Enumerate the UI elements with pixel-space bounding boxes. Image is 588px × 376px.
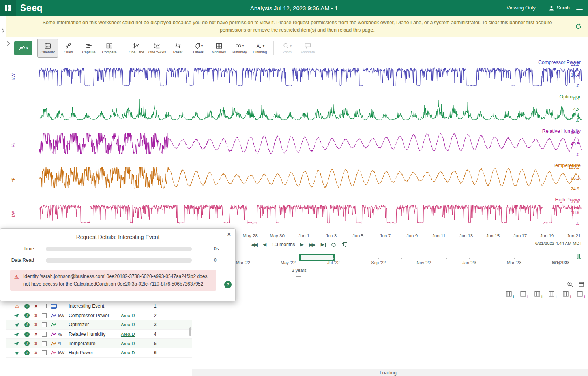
details-scrollbar[interactable] xyxy=(189,327,191,336)
table-tool-icon-5[interactable]: + xyxy=(563,291,571,298)
navigate-to-item-icon[interactable] xyxy=(14,332,20,337)
banner-refresh-icon[interactable] xyxy=(575,23,582,30)
data-panel-controls xyxy=(567,281,584,288)
toolbar-button-one-y-axis[interactable]: One Y-Axis xyxy=(147,39,168,58)
asset-link[interactable]: Area D xyxy=(121,341,154,346)
pane-resize-handle[interactable] xyxy=(295,276,302,279)
one-y-axis-icon xyxy=(154,43,161,49)
collapse-panel-icon[interactable] xyxy=(578,281,584,288)
app-grid-button[interactable] xyxy=(0,0,16,16)
step-forward-icon[interactable]: ▶ xyxy=(300,242,304,247)
x-axis-tick: Jun 9 xyxy=(406,233,418,238)
toolbar-button-label: Dimming xyxy=(253,50,267,54)
toolbar-button-gridlines[interactable]: Gridlines xyxy=(209,39,229,58)
navigate-to-item-icon[interactable] xyxy=(14,322,20,327)
toolbar-button-label: Capsule xyxy=(82,50,95,54)
viewing-only-label[interactable]: Viewing Only xyxy=(507,5,536,11)
toolbar-button-chain[interactable]: Chain xyxy=(58,39,79,58)
table-tool-icon-3[interactable]: + xyxy=(534,291,542,298)
navigate-to-item-icon[interactable] xyxy=(14,341,20,346)
row-checkbox[interactable] xyxy=(42,304,47,308)
expand-left-panel-chevron-icon[interactable] xyxy=(1,28,5,33)
step-back-large-icon[interactable]: ◀◀ xyxy=(251,242,258,247)
display-range-duration[interactable]: 1.3 months xyxy=(272,242,295,247)
metric-row-time: Time 0s xyxy=(0,246,235,252)
lane-unit-label: % xyxy=(11,143,16,147)
timeline-tick xyxy=(288,258,288,259)
unit-label: kW xyxy=(58,350,66,355)
asset-link[interactable]: Area D xyxy=(121,350,154,355)
toolbar-button-one-lane[interactable]: One Lane xyxy=(126,39,147,58)
x-axis-end-datetime: 6/21/2022 4:44 AM MDT xyxy=(535,241,582,246)
lane-plot[interactable]: Relative Humidity xyxy=(39,128,582,162)
lane-plot[interactable]: Optimizer xyxy=(39,94,582,128)
signal-icon xyxy=(51,341,57,346)
toolbar-button-zoom[interactable]: ▾Zoom xyxy=(277,39,298,58)
lane-plot[interactable]: Compressor Power xyxy=(39,59,582,94)
remove-icon[interactable]: × xyxy=(34,322,38,327)
lane-plot[interactable]: High Power xyxy=(39,197,582,231)
step-forward-large-icon[interactable]: ▶▶ xyxy=(309,242,316,247)
toolbar-button-reset[interactable]: Reset xyxy=(168,39,188,58)
info-icon[interactable]: i xyxy=(24,341,30,346)
row-checkbox[interactable] xyxy=(42,350,47,355)
asset-link[interactable]: Area D xyxy=(121,322,154,327)
detail-row-compressor-power[interactable]: i×kWCompressor PowerArea D2 xyxy=(0,311,192,321)
timeline-tick xyxy=(469,258,470,259)
warning-icon[interactable]: ⚠ xyxy=(14,304,20,308)
detail-row-high-power[interactable]: i×kWHigh PowerArea D6 xyxy=(0,348,192,358)
toolbar-button-calendar[interactable]: Calendar xyxy=(37,39,58,58)
info-icon[interactable]: i xyxy=(24,313,30,318)
remove-icon[interactable]: × xyxy=(34,303,38,309)
remove-icon[interactable]: × xyxy=(34,350,38,355)
row-checkbox[interactable] xyxy=(42,322,47,327)
info-icon[interactable]: i xyxy=(24,304,30,309)
toolbar-button-row: CalendarChainCapsuleCompareOne LaneOne Y… xyxy=(37,39,318,58)
remove-icon[interactable]: × xyxy=(34,313,38,318)
expand-worksheets-chevron-icon[interactable] xyxy=(7,41,10,46)
capsule-time-icon[interactable] xyxy=(342,242,347,247)
row-checkbox[interactable] xyxy=(42,341,47,346)
worksheet-title: Analysis Jul 12, 2023 9:36 AM - 1 xyxy=(250,5,338,11)
asset-link[interactable]: Area D xyxy=(121,332,154,337)
table-tool-icon-4[interactable]: + xyxy=(549,291,556,298)
toolbar-button-labels[interactable]: ▾Labels xyxy=(188,39,209,58)
item-name: Temperature xyxy=(69,341,121,346)
lane-plot[interactable]: Temperature xyxy=(39,162,582,197)
row-checkbox[interactable] xyxy=(42,313,47,318)
hamburger-menu-icon[interactable] xyxy=(576,4,583,11)
close-icon[interactable]: × xyxy=(227,231,231,238)
detail-row-temperature[interactable]: i×°FTemperatureArea D5 xyxy=(0,339,192,348)
navigate-to-item-icon[interactable] xyxy=(14,313,20,318)
table-tool-icon-1[interactable]: + xyxy=(506,291,514,298)
trend-chart[interactable]: kW32.816.4.0Compressor Power8.44.2.0Opti… xyxy=(0,59,582,231)
help-icon[interactable]: ? xyxy=(224,281,232,288)
auto-update-icon[interactable] xyxy=(331,242,337,248)
full-range-icon[interactable] xyxy=(576,253,582,259)
remove-icon[interactable]: × xyxy=(34,341,38,346)
detail-row-interesting-event[interactable]: ⚠i×Interesting Event1 xyxy=(0,302,192,311)
step-to-end-icon[interactable]: ▶ xyxy=(321,242,326,247)
toolbar-button-compare[interactable]: Compare xyxy=(99,39,120,58)
row-checkbox[interactable] xyxy=(42,332,47,337)
toolbar-button-summary[interactable]: ▾Summary xyxy=(229,39,250,58)
info-icon[interactable]: i xyxy=(24,350,30,355)
user-menu[interactable]: Sarah xyxy=(542,0,570,16)
view-selector-button[interactable]: ▾ xyxy=(14,41,32,55)
info-icon[interactable]: i xyxy=(24,322,30,327)
asset-link[interactable]: Area D xyxy=(121,313,154,318)
timeline-tick xyxy=(333,258,334,259)
step-back-icon[interactable]: ◀ xyxy=(263,242,266,247)
toolbar-button-capsule[interactable]: Capsule xyxy=(79,39,99,58)
zoom-in-icon[interactable] xyxy=(567,281,573,288)
table-tool-icon-6[interactable]: + xyxy=(577,291,585,298)
detail-row-optimizer[interactable]: i×OptimizerArea D3 xyxy=(0,320,192,330)
unit-label: °F xyxy=(58,341,66,346)
toolbar-button-annotate[interactable]: Annotate xyxy=(298,39,318,58)
info-icon[interactable]: i xyxy=(24,332,30,337)
navigate-to-item-icon[interactable] xyxy=(14,350,20,355)
detail-row-relative-humidity[interactable]: i×%Relative HumidityArea D4 xyxy=(0,330,192,339)
toolbar-button-dimming[interactable]: A▾Dimming xyxy=(250,39,270,58)
remove-icon[interactable]: × xyxy=(34,331,38,337)
table-tool-icon-2[interactable]: + xyxy=(520,291,528,298)
